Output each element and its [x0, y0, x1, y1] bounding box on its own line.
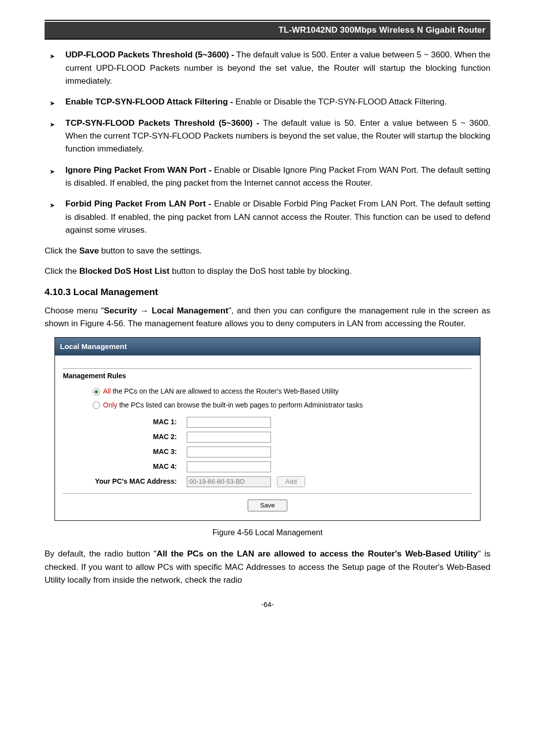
page-header: TL-WR1042ND 300Mbps Wireless N Gigabit R… [45, 22, 490, 40]
bullet-lead: Enable TCP-SYN-FLOOD Attack Filtering - [65, 97, 233, 106]
mac2-input[interactable] [187, 432, 271, 443]
list-item: ➤ Forbid Ping Packet From LAN Port - Ena… [45, 198, 490, 237]
bullet-lead: Forbid Ping Packet From LAN Port - [65, 199, 212, 208]
radio-only-row[interactable]: Only the PCs listed can browse the built… [93, 400, 472, 411]
list-item: ➤ Ignore Ping Packet From WAN Port - Ena… [45, 164, 490, 190]
section-heading: 4.10.3 Local Management [45, 285, 490, 299]
divider [63, 368, 472, 369]
bullet-lead: TCP-SYN-FLOOD Packets Threshold (5~3600)… [65, 118, 259, 128]
text-bold: Save [79, 246, 99, 255]
list-item: ➤ Enable TCP-SYN-FLOOD Attack Filtering … [45, 96, 490, 108]
mac4-input[interactable] [187, 461, 271, 472]
text-bold: Local Management [152, 306, 228, 315]
radio-all[interactable] [93, 388, 100, 396]
click-blocked-para: Click the Blocked DoS Host List button t… [45, 265, 490, 278]
text: button to display the DoS host table by … [169, 266, 352, 276]
mac3-label: MAC 3: [63, 447, 187, 457]
radio-all-row[interactable]: All the PCs on the LAN are allowed to ac… [93, 386, 472, 397]
mac4-label: MAC 4: [63, 461, 187, 472]
pc-mac-input [187, 476, 271, 487]
chevron-right-icon: ➤ [50, 51, 55, 61]
text: button to save the settings. [99, 246, 202, 255]
chevron-right-icon: ➤ [50, 120, 55, 130]
text-bold: Blocked DoS Host List [79, 266, 169, 276]
radio-all-red: All [103, 387, 111, 395]
text: By default, the radio button " [45, 549, 157, 558]
mac1-input[interactable] [187, 417, 271, 428]
mac3-input[interactable] [187, 447, 271, 457]
add-button[interactable]: Add [277, 476, 305, 487]
click-save-para: Click the Save button to save the settin… [45, 245, 490, 257]
text-bold: All the PCs on the LAN are allowed to ac… [157, 549, 478, 558]
pc-mac-row: Your PC's MAC Address: Add [63, 476, 472, 487]
chevron-right-icon: ➤ [50, 167, 55, 177]
chevron-right-icon: ➤ [50, 99, 55, 108]
radio-only-red: Only [103, 401, 117, 409]
bullet-text: Enable or Disable the TCP-SYN-FLOOD Atta… [233, 97, 446, 106]
section-intro-para: Choose menu "Security → Local Management… [45, 304, 490, 331]
mac2-label: MAC 2: [63, 432, 187, 443]
mac1-label: MAC 1: [63, 417, 187, 428]
radio-only-rest: the PCs listed can browse the built-in w… [117, 401, 363, 409]
text-bold: Security [104, 306, 137, 315]
closing-para: By default, the radio button "All the PC… [45, 548, 490, 587]
mac-row-4: MAC 4: [63, 461, 472, 472]
radio-only[interactable] [93, 402, 100, 409]
divider [63, 493, 472, 494]
arrow-icon: → [137, 306, 152, 315]
mac-row-1: MAC 1: [63, 417, 472, 428]
pc-mac-label: Your PC's MAC Address: [63, 476, 187, 487]
local-management-figure: Local Management Management Rules All th… [54, 337, 481, 520]
list-item: ➤ UDP-FLOOD Packets Threshold (5~3600) -… [45, 49, 490, 88]
mac-row-2: MAC 2: [63, 432, 472, 443]
mac-row-3: MAC 3: [63, 447, 472, 457]
text: Click the [45, 266, 79, 276]
text: Click the [45, 246, 79, 255]
page-number: -64- [45, 600, 490, 610]
text: Choose menu " [45, 306, 104, 315]
list-item: ➤ TCP-SYN-FLOOD Packets Threshold (5~360… [45, 117, 490, 156]
radio-all-rest: the PCs on the LAN are allowed to access… [111, 387, 339, 395]
feature-bullet-list: ➤ UDP-FLOOD Packets Threshold (5~3600) -… [45, 49, 490, 237]
bullet-lead: Ignore Ping Packet From WAN Port - [65, 165, 212, 175]
figure-title: Local Management [55, 338, 480, 355]
chevron-right-icon: ➤ [50, 201, 55, 210]
save-button[interactable]: Save [248, 500, 287, 511]
figure-caption: Figure 4-56 Local Management [45, 527, 490, 539]
bullet-lead: UDP-FLOOD Packets Threshold (5~3600) - [65, 50, 234, 59]
mgmt-rules-heading: Management Rules [63, 371, 472, 382]
